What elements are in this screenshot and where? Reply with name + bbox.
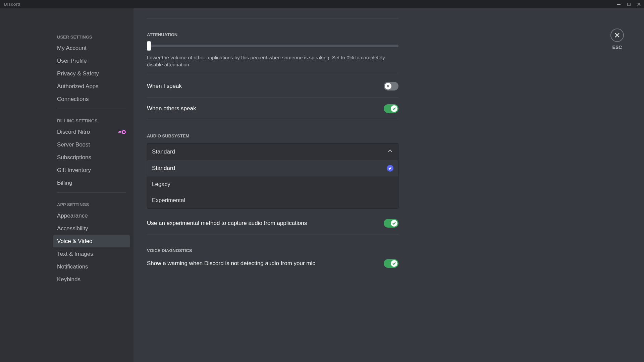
sidebar-item-label: Server Boost	[57, 141, 90, 148]
sidebar-item-label: Appearance	[57, 213, 88, 219]
sidebar-item-label: Accessibility	[57, 225, 88, 232]
dropdown-option-label: Legacy	[152, 181, 170, 188]
when-i-speak-row: When I speak	[147, 75, 398, 97]
dropdown-option-standard[interactable]: Standard	[147, 160, 398, 176]
toggle-handle	[391, 260, 397, 267]
dropdown-option-label: Experimental	[152, 197, 185, 204]
sidebar-item-label: Keybinds	[57, 276, 80, 283]
user-settings-header: USER SETTINGS	[53, 28, 130, 42]
toggle-handle	[391, 220, 397, 227]
when-i-speak-toggle[interactable]	[384, 82, 398, 90]
experimental-capture-toggle[interactable]	[384, 219, 398, 228]
esc-label: ESC	[612, 45, 622, 50]
billing-settings-header: BILLING SETTINGS	[53, 112, 130, 126]
toggle-handle	[385, 83, 391, 89]
slider-thumb[interactable]	[147, 41, 151, 51]
sidebar-item-label: My Account	[57, 45, 87, 52]
sidebar-item-my-account[interactable]: My Account	[53, 42, 130, 54]
sidebar-item-label: Subscriptions	[57, 154, 91, 161]
sidebar-item-user-profile[interactable]: User Profile	[53, 55, 130, 67]
chevron-up-icon	[387, 147, 393, 156]
sidebar-item-label: Discord Nitro	[57, 129, 90, 135]
audio-subsystem-dropdown: Standard Standard Legacy	[147, 143, 398, 209]
voice-warning-toggle[interactable]	[384, 259, 398, 268]
sidebar-item-label: Authorized Apps	[57, 83, 99, 90]
row-divider	[147, 120, 398, 120]
close-settings-container: ESC	[610, 28, 624, 50]
svg-point-5	[123, 131, 125, 133]
dropdown-option-legacy[interactable]: Legacy	[147, 176, 398, 192]
row-divider	[147, 234, 398, 235]
app-settings-header: APP SETTINGS	[53, 196, 130, 210]
settings-sidebar: USER SETTINGS My Account User Profile Pr…	[0, 8, 133, 362]
check-circle-icon	[387, 165, 393, 172]
sidebar-item-label: User Profile	[57, 58, 87, 64]
sidebar-item-keybinds[interactable]: Keybinds	[53, 274, 130, 286]
sidebar-item-appearance[interactable]: Appearance	[53, 210, 130, 222]
sidebar-item-notifications[interactable]: Notifications	[53, 261, 130, 273]
dropdown-option-experimental[interactable]: Experimental	[147, 192, 398, 208]
sidebar-item-label: Connections	[57, 96, 89, 103]
attenuation-slider[interactable]	[147, 42, 398, 50]
close-window-button[interactable]	[634, 0, 644, 8]
dropdown-selected[interactable]: Standard	[147, 143, 398, 160]
sidebar-item-label: Billing	[57, 180, 72, 186]
sidebar-item-label: Gift Inventory	[57, 167, 91, 174]
sidebar-item-authorized-apps[interactable]: Authorized Apps	[53, 80, 130, 93]
window-controls	[614, 0, 644, 8]
sidebar-item-label: Text & Images	[57, 251, 93, 257]
experimental-capture-label: Use an experimental method to capture au…	[147, 220, 307, 227]
sidebar-item-label: Voice & Video	[57, 238, 93, 245]
slider-track	[147, 45, 398, 47]
sidebar-item-server-boost[interactable]: Server Boost	[53, 139, 130, 151]
when-others-speak-toggle[interactable]	[384, 104, 398, 113]
when-others-speak-row: When others speak	[147, 98, 398, 120]
audio-subsystem-header: AUDIO SUBSYSTEM	[147, 133, 398, 138]
dropdown-option-label: Standard	[152, 165, 175, 172]
nitro-icon	[118, 129, 126, 135]
close-settings-button[interactable]	[610, 28, 624, 42]
sidebar-divider	[57, 109, 126, 109]
sidebar-item-label: Notifications	[57, 263, 88, 270]
sidebar-divider	[57, 192, 126, 193]
sidebar-item-privacy-safety[interactable]: Privacy & Safety	[53, 68, 130, 80]
when-others-speak-label: When others speak	[147, 105, 196, 112]
app-title: Discord	[4, 2, 20, 7]
voice-warning-row: Show a warning when Discord is not detec…	[147, 258, 398, 275]
svg-rect-0	[617, 4, 621, 5]
sidebar-item-accessibility[interactable]: Accessibility	[53, 223, 130, 235]
minimize-button[interactable]	[614, 0, 624, 8]
sidebar-item-text-images[interactable]: Text & Images	[53, 248, 130, 260]
sidebar-item-billing[interactable]: Billing	[53, 177, 130, 189]
sidebar-item-discord-nitro[interactable]: Discord Nitro	[53, 126, 130, 138]
experimental-capture-row: Use an experimental method to capture au…	[147, 212, 398, 234]
sidebar-item-label: Privacy & Safety	[57, 70, 99, 77]
dropdown-selected-label: Standard	[152, 148, 175, 155]
when-i-speak-label: When I speak	[147, 83, 182, 89]
dropdown-options: Standard Legacy Experimental	[147, 160, 398, 208]
sidebar-item-subscriptions[interactable]: Subscriptions	[53, 152, 130, 164]
attenuation-header: ATTENUATION	[147, 32, 398, 37]
sidebar-item-voice-video[interactable]: Voice & Video	[53, 235, 130, 247]
sidebar-item-gift-inventory[interactable]: Gift Inventory	[53, 164, 130, 176]
svg-rect-1	[628, 3, 630, 6]
attenuation-description: Lower the volume of other applications b…	[147, 54, 398, 68]
section-divider	[147, 18, 398, 19]
voice-diagnostics-header: VOICE DIAGNOSTICS	[147, 248, 398, 253]
maximize-button[interactable]	[624, 0, 634, 8]
titlebar: Discord	[0, 0, 644, 8]
toggle-handle	[391, 105, 397, 112]
content-area: ESC ATTENUATION Lower the volume of othe…	[133, 8, 644, 362]
voice-warning-label: Show a warning when Discord is not detec…	[147, 260, 315, 267]
sidebar-item-connections[interactable]: Connections	[53, 93, 130, 105]
